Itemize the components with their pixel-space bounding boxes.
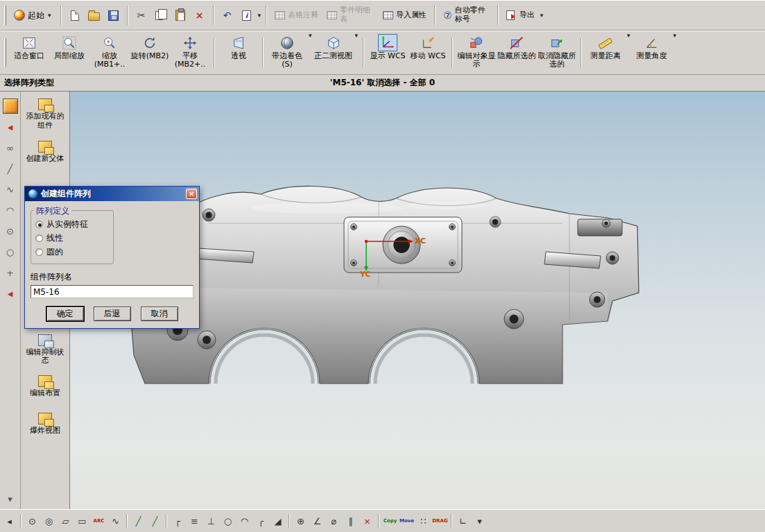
measure-angle-button[interactable]: 测量角度 [633, 32, 671, 74]
selection-info-button[interactable]: i [238, 6, 256, 24]
copy-tool-icon[interactable]: Copy [382, 513, 398, 529]
create-array-tool-icon[interactable] [3, 98, 18, 114]
orient-xy-tool-icon[interactable]: ∟ [455, 513, 471, 529]
offset-curve-tool-icon[interactable]: ≡ [187, 513, 203, 529]
dialog-titlebar[interactable]: 创建组件阵列 × [25, 187, 199, 201]
chamfer-tool-icon[interactable]: ◢ [270, 513, 286, 529]
cut-button[interactable]: ✂ [132, 6, 151, 24]
move-wcs-button[interactable]: 移动 WCS [409, 32, 447, 74]
back-icon[interactable]: ◀ [3, 119, 18, 135]
zoom-region-button[interactable]: 局部缩放 [50, 32, 89, 74]
chevron-down-icon[interactable]: ▾ [626, 32, 631, 74]
spline-tool-icon[interactable]: ∿ [108, 513, 123, 529]
pan-label: 平移(MB2+.. [171, 52, 209, 69]
fillet-tool-icon[interactable]: ╭ [253, 513, 269, 529]
chevron-down-icon[interactable]: ▾ [673, 32, 678, 74]
rotate-button[interactable]: 旋转(MB2) [130, 32, 169, 74]
parallel-constraint-tool-icon[interactable]: ∥ [343, 513, 359, 529]
create-component-array-dialog: 创建组件阵列 × 阵列定义 从实例特征 线性 圆的 组件阵列名 [24, 186, 200, 329]
close-button[interactable]: × [186, 189, 197, 199]
sidebar-item-add-existing-component[interactable]: 添加现有的组件 [23, 98, 67, 130]
auto-part-label-button[interactable]: ⑦ 自动零件标号 [440, 5, 493, 25]
angle-dimension-tool-icon[interactable]: ∠ [309, 513, 325, 529]
move-wcs-icon [418, 34, 438, 51]
drag-tool-icon[interactable]: DRAG [432, 513, 448, 529]
line-tool-icon[interactable]: ╱ [130, 513, 146, 529]
scroll-down-icon[interactable]: ▾ [3, 491, 18, 506]
link-icon[interactable]: ∞ [3, 140, 18, 155]
sidebar-item-exploded-view[interactable]: 爆炸视图 [23, 413, 67, 436]
trimetric-view-button[interactable]: 正二测视图 [314, 32, 353, 74]
tangent-circle-tool-icon[interactable]: ⊕ [293, 513, 309, 529]
toolbar-grip[interactable] [4, 6, 6, 25]
hide-selected-button[interactable]: 隐藏所选的 [497, 32, 536, 74]
chevron-down-icon[interactable]: ▾ [257, 12, 262, 19]
toolbar-grip[interactable] [4, 38, 6, 67]
fit-window-button[interactable]: 适合窗口 [10, 32, 49, 74]
sidebar-item-edit-arrangement[interactable]: 编辑布置 [23, 375, 67, 398]
arc-by-points-tool-icon[interactable]: ARC [91, 513, 107, 529]
radio-linear[interactable]: 线性 [35, 232, 109, 244]
line-icon[interactable]: ╱ [3, 161, 18, 176]
ok-button[interactable]: 确定 [46, 307, 84, 321]
radio-circular[interactable]: 圆的 [35, 246, 109, 258]
pattern-tool-icon[interactable]: ∷ [415, 513, 431, 529]
array-name-input[interactable] [31, 285, 194, 298]
more-tools-icon[interactable]: ▾ [472, 513, 488, 529]
save-button[interactable] [105, 6, 123, 24]
chevron-down-icon[interactable]: ▾ [540, 12, 544, 19]
scroll-left-icon[interactable]: ◂ [1, 513, 17, 529]
diameter-dimension-tool-icon[interactable]: ⌀ [326, 513, 342, 529]
undo-button[interactable]: ↶ [218, 6, 237, 24]
pan-button[interactable]: 平移(MB2+.. [171, 32, 209, 74]
open-file-button[interactable] [85, 6, 103, 24]
3d-model[interactable]: XC YC [119, 182, 660, 397]
back-icon[interactable]: ◀ [3, 286, 18, 301]
cancel-button[interactable]: 取消 [141, 307, 178, 321]
start-menu[interactable]: 起始 ▾ [10, 8, 56, 23]
import-attributes-button[interactable]: 导入属性 [379, 10, 430, 22]
polygon-tool-icon[interactable]: ▱ [58, 513, 74, 529]
shaded-with-edges-button[interactable]: 带边着色(S) [268, 32, 307, 74]
parts-list-button[interactable]: 零件明细表 [323, 5, 378, 25]
rectangle-tool-icon[interactable]: ▭ [74, 513, 90, 529]
corner-rectangle-tool-icon[interactable]: ┌ [170, 513, 186, 529]
point-tool-icon[interactable]: ⊙ [24, 513, 40, 529]
quick-trim-tool-icon[interactable]: × [359, 513, 375, 529]
fit-window-label: 适合窗口 [14, 52, 44, 60]
perspective-label: 透视 [231, 52, 246, 60]
arc-tool-icon[interactable]: ◠ [237, 513, 252, 529]
point-on-curve-tool-icon[interactable]: ◎ [41, 513, 57, 529]
chevron-down-icon[interactable]: ▾ [308, 32, 313, 74]
edit-object-display-button[interactable]: 编辑对象显示 [457, 32, 496, 74]
move-tool-icon[interactable]: Move [399, 513, 415, 529]
wcs-y-label: YC [359, 270, 371, 279]
toolbar-separator [581, 38, 582, 67]
unhide-selected-button[interactable]: 取消隐藏所选的 [538, 32, 576, 74]
new-file-button[interactable] [66, 6, 84, 24]
delete-button[interactable]: × [191, 6, 209, 24]
plus-icon[interactable]: + [3, 265, 18, 280]
sidebar-item-create-new-parent[interactable]: 创建新父体 [23, 141, 67, 164]
zoom-button[interactable]: 缩放(MB1+.. [90, 32, 129, 74]
perpendicular-tool-icon[interactable]: ⊥ [203, 513, 219, 529]
perspective-button[interactable]: 透视 [219, 32, 258, 74]
back-button[interactable]: 后退 [94, 307, 131, 321]
chevron-down-icon[interactable]: ▾ [354, 32, 359, 74]
profile-tool-icon[interactable]: ╱ [147, 513, 163, 529]
arc-icon[interactable]: ◠ [3, 203, 18, 218]
paste-clipboard-icon [175, 10, 185, 21]
table-annotation-button[interactable]: 表格注释 [271, 10, 322, 22]
radio-from-instance-feature[interactable]: 从实例特征 [35, 218, 109, 230]
paste-button[interactable] [171, 6, 189, 24]
sidebar-item-edit-suppression-state[interactable]: 编辑抑制状态 [23, 334, 67, 366]
export-button[interactable]: 导出 [503, 9, 538, 22]
circle-tool-icon[interactable]: ○ [220, 513, 236, 529]
circle-icon[interactable]: ○ [3, 244, 18, 259]
measure-distance-button[interactable]: 测量距离 [586, 32, 625, 74]
copy-button[interactable] [152, 6, 170, 24]
point-icon[interactable]: ⊙ [3, 223, 18, 239]
display-wcs-button[interactable]: 显示 WCS [368, 32, 407, 74]
spline-icon[interactable]: ∿ [3, 182, 18, 197]
toolbar-separator [60, 6, 62, 25]
